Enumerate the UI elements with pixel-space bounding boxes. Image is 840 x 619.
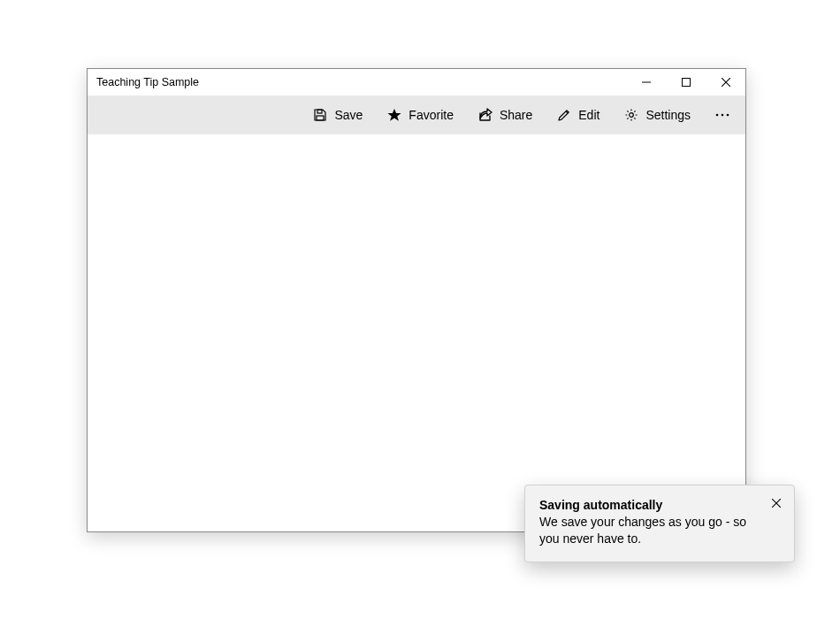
svg-rect-5 (317, 116, 324, 120)
save-icon (313, 108, 327, 122)
teaching-tip-title: Saving automatically (539, 498, 759, 512)
save-label: Save (334, 108, 363, 122)
maximize-button[interactable] (666, 69, 706, 96)
share-label: Share (500, 108, 532, 122)
minimize-icon (642, 78, 651, 87)
star-icon (387, 108, 401, 122)
caption-buttons (626, 69, 745, 96)
svg-marker-6 (388, 109, 401, 121)
edit-label: Edit (578, 108, 599, 122)
close-button[interactable] (706, 69, 745, 96)
gear-icon (624, 108, 638, 122)
app-window: Teaching Tip Sample (87, 68, 746, 532)
save-button[interactable]: Save (302, 103, 373, 127)
svg-point-9 (716, 114, 719, 117)
close-icon (772, 497, 781, 510)
share-button[interactable]: Share (468, 103, 543, 127)
window-title: Teaching Tip Sample (96, 76, 199, 88)
teaching-tip-body: We save your changes as you go - so you … (539, 514, 759, 547)
favorite-button[interactable]: Favorite (377, 103, 464, 127)
svg-point-10 (722, 114, 724, 117)
edit-icon (557, 108, 571, 122)
edit-button[interactable]: Edit (546, 103, 610, 127)
maximize-icon (682, 78, 691, 87)
settings-button[interactable]: Settings (614, 103, 701, 127)
svg-point-11 (727, 114, 729, 117)
svg-point-8 (630, 113, 634, 118)
content-area (88, 134, 745, 531)
favorite-label: Favorite (409, 108, 454, 122)
toolbar: Save Favorite Share (88, 96, 745, 134)
svg-rect-1 (682, 79, 690, 87)
close-icon (722, 78, 730, 87)
teaching-tip-close-button[interactable] (766, 493, 787, 514)
more-icon (715, 108, 729, 122)
svg-rect-4 (317, 110, 322, 113)
settings-label: Settings (645, 108, 691, 122)
share-icon (478, 108, 493, 122)
teaching-tip: Saving automatically We save your change… (524, 485, 795, 562)
titlebar: Teaching Tip Sample (88, 69, 745, 96)
more-button[interactable] (705, 103, 740, 127)
minimize-button[interactable] (626, 69, 666, 96)
